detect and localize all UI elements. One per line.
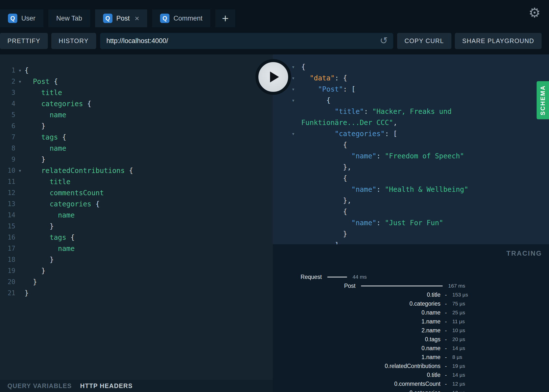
- settings-gear-icon[interactable]: ⚙: [529, 6, 541, 19]
- fold-spacer: [15, 187, 25, 198]
- tracing-time: 44 ms: [353, 274, 367, 280]
- fold-spacer: [15, 288, 25, 299]
- tracing-row: 2.name-10 µs: [273, 326, 549, 335]
- code-token: Post: [33, 77, 50, 86]
- query-pane: 1▾{2▾ Post {3 title4 categories {5 name6…: [0, 54, 273, 392]
- response-code-line: {: [301, 95, 330, 106]
- code-token: "Post": [318, 85, 343, 93]
- line-number: 8: [0, 143, 15, 154]
- editor-line[interactable]: 2▾ Post {: [0, 76, 273, 87]
- editor-line[interactable]: 21}: [0, 288, 273, 299]
- editor-line[interactable]: 11 title: [0, 176, 273, 187]
- fold-arrow-icon[interactable]: ▾: [290, 61, 301, 73]
- editor-line[interactable]: 8 name: [0, 143, 273, 154]
- editor-line[interactable]: 12 commentsCount: [0, 187, 273, 198]
- editor-line[interactable]: 16 tags {: [0, 232, 273, 243]
- editor-line[interactable]: 15 }: [0, 221, 273, 232]
- response-line: }: [273, 228, 549, 240]
- response-line: ],: [273, 240, 549, 244]
- fold-spacer: [290, 173, 301, 184]
- editor-line[interactable]: 9 }: [0, 154, 273, 165]
- tracing-dash: -: [445, 336, 447, 343]
- tracing-time: 11 µs: [452, 318, 465, 324]
- code-token: [301, 85, 318, 93]
- response-code-line: {: [301, 139, 347, 150]
- code-token: [25, 200, 50, 208]
- tracing-time: 14 µs: [452, 372, 465, 378]
- code-line: }: [25, 221, 54, 232]
- editor-line[interactable]: 1▾{: [0, 65, 273, 76]
- prettify-button[interactable]: PRETTIFY: [0, 33, 48, 49]
- editor-line[interactable]: 14 name: [0, 210, 273, 221]
- editor-line[interactable]: 3 title: [0, 87, 273, 98]
- code-token: name: [50, 111, 66, 119]
- response-code-line: {: [301, 61, 305, 73]
- fold-arrow-icon[interactable]: ▾: [15, 76, 25, 87]
- tab-user[interactable]: QUser: [0, 9, 43, 27]
- line-number: 14: [0, 210, 15, 221]
- query-badge-icon: Q: [103, 14, 112, 23]
- toolbar: PRETTIFY HISTORY ↺ COPY CURL SHARE PLAYG…: [0, 27, 549, 54]
- line-number: 12: [0, 187, 15, 198]
- execute-query-button[interactable]: [255, 59, 291, 95]
- fold-arrow-icon[interactable]: ▾: [290, 128, 301, 139]
- endpoint-url-input[interactable]: [100, 33, 393, 49]
- editor-line[interactable]: 4 categories {: [0, 98, 273, 109]
- fold-arrow-icon[interactable]: ▾: [290, 95, 301, 106]
- response-code-line: {: [301, 206, 347, 217]
- tracing-label: 0.title: [273, 292, 440, 298]
- share-playground-button[interactable]: SHARE PLAYGROUND: [455, 33, 542, 49]
- tracing-time: 12 µs: [452, 381, 465, 387]
- tab-post[interactable]: QPost×: [95, 9, 147, 27]
- editor-line[interactable]: 7 tags {: [0, 132, 273, 143]
- copy-curl-button[interactable]: COPY CURL: [397, 33, 451, 49]
- editor-line[interactable]: 13 categories {: [0, 198, 273, 210]
- tracing-label: 0.commentsCount: [273, 381, 440, 387]
- code-line: tags {: [25, 132, 66, 143]
- query-variables-tab[interactable]: QUERY VARIABLES: [7, 382, 72, 390]
- tracing-dash: -: [445, 381, 447, 387]
- tracing-label: 0.categories: [273, 300, 440, 307]
- response-code-line: Funktionäre...Der CCC",: [301, 117, 397, 128]
- schema-side-tab[interactable]: SCHEMA: [537, 81, 549, 119]
- tracing-time: 8 µs: [452, 354, 462, 360]
- code-line: name: [25, 243, 75, 254]
- code-token: [25, 178, 50, 186]
- fold-arrow-icon[interactable]: ▾: [15, 65, 25, 76]
- editor-footer: QUERY VARIABLES HTTP HEADERS: [0, 380, 273, 392]
- tracing-dash: -: [445, 363, 447, 369]
- response-line: "title": "Hacker, Freaks und: [273, 106, 549, 117]
- editor-line[interactable]: 18 }: [0, 254, 273, 265]
- tab-comment[interactable]: QComment: [152, 9, 210, 27]
- http-headers-tab[interactable]: HTTP HEADERS: [80, 382, 133, 390]
- code-line: tags {: [25, 232, 75, 243]
- fold-arrow-icon[interactable]: ▾: [290, 73, 301, 84]
- code-line: name: [25, 143, 66, 154]
- fold-arrow-icon[interactable]: ▾: [15, 165, 25, 176]
- tab-new-tab[interactable]: New Tab: [48, 9, 90, 27]
- reload-icon[interactable]: ↺: [380, 36, 388, 45]
- line-number: 9: [0, 154, 15, 165]
- code-token: :: [376, 185, 385, 194]
- new-tab-button[interactable]: +: [215, 9, 235, 27]
- query-editor[interactable]: 1▾{2▾ Post {3 title4 categories {5 name6…: [0, 54, 273, 380]
- history-button[interactable]: HISTORY: [51, 33, 96, 49]
- tracing-row: 0.name-14 µs: [273, 344, 549, 353]
- line-number: 13: [0, 198, 15, 210]
- fold-arrow-icon[interactable]: ▾: [290, 84, 301, 95]
- close-icon[interactable]: ×: [135, 14, 139, 22]
- line-number: 20: [0, 276, 15, 288]
- editor-line[interactable]: 19 }: [0, 265, 273, 276]
- editor-line[interactable]: 20 }: [0, 276, 273, 288]
- code-line: title: [25, 87, 62, 98]
- fold-spacer: [290, 184, 301, 195]
- fold-spacer: [15, 232, 25, 243]
- editor-line[interactable]: 6 }: [0, 121, 273, 132]
- tracing-rows: Request44 msPost167 ms0.title-153 µs0.ca…: [273, 244, 549, 392]
- editor-line[interactable]: 5 name: [0, 109, 273, 121]
- fold-spacer: [290, 240, 301, 244]
- editor-line[interactable]: 17 name: [0, 243, 273, 254]
- editor-line[interactable]: 10▾ relatedContributions {: [0, 165, 273, 176]
- code-line: relatedContributions {: [25, 165, 133, 176]
- code-token: {: [50, 77, 58, 86]
